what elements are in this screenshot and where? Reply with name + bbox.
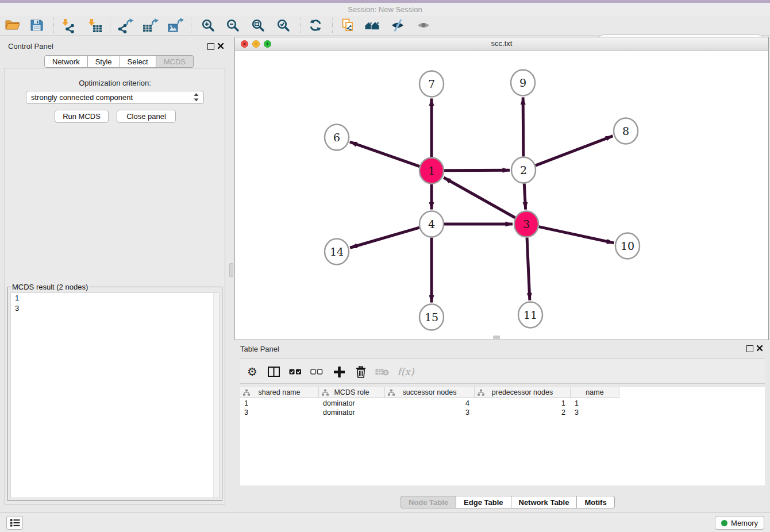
mcds-result-group: MCDS result (2 nodes) 1 3 bbox=[7, 283, 222, 501]
graph-node-label: 4 bbox=[428, 218, 435, 230]
graph-node-label: 2 bbox=[520, 164, 527, 176]
app-title: Session: New Session bbox=[348, 5, 422, 14]
column-header-MCDS-role[interactable]: MCDS role bbox=[319, 387, 385, 398]
table-cell[interactable]: 4 bbox=[385, 399, 475, 408]
export-image-button[interactable] bbox=[165, 17, 185, 34]
run-mcds-button[interactable]: Run MCDS bbox=[55, 110, 109, 123]
hierarchy-icon bbox=[478, 390, 484, 396]
table-cell[interactable]: 3 bbox=[385, 408, 475, 417]
deselect-all-button[interactable] bbox=[309, 363, 325, 380]
float-panel-button[interactable] bbox=[207, 43, 214, 50]
save-floppy-icon bbox=[29, 18, 44, 33]
table-cell[interactable]: 3 bbox=[240, 408, 319, 417]
eye-icon bbox=[417, 18, 430, 32]
table-settings-button[interactable]: ⚙ bbox=[244, 363, 260, 380]
zoom-in-button[interactable] bbox=[198, 17, 218, 34]
tab-mcds[interactable]: MCDS bbox=[156, 55, 194, 68]
column-header-shared-name[interactable]: shared name bbox=[240, 387, 319, 398]
memory-button[interactable]: Memory bbox=[715, 516, 764, 530]
hide-selected-button[interactable] bbox=[388, 17, 407, 34]
select-stepper-icon bbox=[194, 93, 199, 102]
hierarchy-icon bbox=[322, 390, 329, 396]
table-tab-edge-table[interactable]: Edge Table bbox=[456, 496, 511, 508]
float-table-panel-button[interactable] bbox=[746, 345, 753, 352]
close-panel-label: Close panel bbox=[126, 112, 166, 121]
window-resize-grip[interactable] bbox=[493, 336, 500, 339]
open-session-button[interactable] bbox=[3, 17, 22, 34]
show-all-button[interactable] bbox=[414, 17, 433, 34]
table-body: 1dominator4113dominator323 bbox=[240, 399, 619, 417]
table-cell[interactable]: 2 bbox=[475, 408, 571, 417]
memory-status-icon bbox=[721, 520, 727, 526]
table-cell[interactable]: 1 bbox=[475, 399, 571, 408]
graph-edge-3-11[interactable] bbox=[527, 237, 530, 300]
network-canvas[interactable]: 7968124314101511 bbox=[235, 51, 768, 340]
memory-label: Memory bbox=[731, 519, 758, 527]
zoom-fit-icon bbox=[251, 18, 265, 32]
graph-edge-2-9[interactable] bbox=[523, 97, 523, 156]
refresh-view-button[interactable] bbox=[306, 17, 325, 34]
table-row[interactable]: 3dominator323 bbox=[240, 408, 619, 417]
delete-table-icon bbox=[375, 368, 389, 376]
export-table-button[interactable] bbox=[140, 17, 160, 34]
graph-node-label: 1 bbox=[428, 164, 435, 177]
column-header-successor-nodes[interactable]: successor nodes bbox=[385, 387, 475, 398]
zoom-out-button[interactable] bbox=[223, 17, 242, 34]
optimization-criterion-value: strongly connected component bbox=[31, 93, 133, 102]
split-view-button[interactable] bbox=[265, 363, 282, 380]
network-window-titlebar[interactable]: × − + scc.txt bbox=[235, 37, 768, 51]
column-header-label: successor nodes bbox=[403, 388, 457, 396]
graph-edge-2-8[interactable] bbox=[536, 136, 613, 165]
tab-select[interactable]: Select bbox=[120, 55, 156, 68]
close-panel-action-button[interactable]: Close panel bbox=[117, 110, 176, 123]
task-history-button[interactable] bbox=[6, 516, 23, 530]
open-folder-icon bbox=[4, 18, 21, 33]
table-tab-network-table[interactable]: Network Table bbox=[511, 496, 578, 508]
tab-network[interactable]: Network bbox=[44, 55, 88, 68]
graph-edge-3-10[interactable] bbox=[539, 227, 614, 243]
delete-table-button[interactable] bbox=[374, 363, 390, 380]
new-network-from-selection-button[interactable] bbox=[338, 17, 357, 34]
graph-edge-2-3[interactable] bbox=[524, 183, 525, 209]
close-icon bbox=[217, 43, 224, 49]
graph-edge-1-6[interactable] bbox=[350, 142, 419, 167]
table-tab-motifs[interactable]: Motifs bbox=[577, 496, 614, 508]
network-window-title: scc.txt bbox=[235, 39, 768, 48]
graph-edge-3-1[interactable] bbox=[444, 178, 515, 218]
table-cell[interactable]: 1 bbox=[571, 399, 619, 408]
first-neighbors-button[interactable] bbox=[363, 17, 382, 34]
select-all-button[interactable] bbox=[287, 363, 303, 380]
zoom-selected-button[interactable] bbox=[274, 17, 293, 34]
mcds-result-list[interactable]: 1 3 bbox=[10, 292, 220, 498]
add-column-button[interactable] bbox=[331, 363, 347, 380]
table-cell[interactable]: 3 bbox=[571, 408, 619, 417]
close-table-panel-button[interactable] bbox=[756, 345, 764, 353]
column-header-predecessor-nodes[interactable]: predecessor nodes bbox=[475, 387, 571, 398]
table-cell[interactable]: dominator bbox=[319, 399, 385, 408]
import-table-button[interactable] bbox=[85, 17, 105, 34]
table-row[interactable]: 1dominator411 bbox=[240, 399, 619, 408]
unchecked-boxes-icon bbox=[310, 369, 323, 375]
table-tab-node-table[interactable]: Node Table bbox=[401, 496, 456, 508]
graph-edge-1-2[interactable] bbox=[444, 170, 510, 171]
save-session-button[interactable] bbox=[27, 17, 47, 34]
delete-column-button[interactable] bbox=[353, 363, 369, 380]
graph-node-label: 15 bbox=[425, 311, 438, 323]
column-header-name[interactable]: name bbox=[571, 387, 619, 398]
import-network-button[interactable] bbox=[59, 17, 78, 34]
graph-edge-4-14[interactable] bbox=[350, 228, 419, 248]
result-line: 1 bbox=[11, 293, 219, 303]
documents-share-icon bbox=[340, 18, 355, 33]
table-cell[interactable]: dominator bbox=[319, 408, 385, 417]
close-icon bbox=[756, 345, 763, 352]
splitter-grip[interactable] bbox=[229, 263, 233, 277]
apply-function-button[interactable]: f(x) bbox=[395, 363, 416, 380]
tab-style[interactable]: Style bbox=[88, 55, 120, 68]
table-header-row: shared nameMCDS rolesuccessor nodesprede… bbox=[240, 387, 619, 398]
table-cell[interactable]: 1 bbox=[240, 399, 319, 408]
close-panel-button[interactable] bbox=[217, 43, 225, 51]
optimization-criterion-select[interactable]: strongly connected component bbox=[26, 91, 204, 104]
result-scrollbar[interactable] bbox=[213, 293, 219, 498]
export-network-button[interactable] bbox=[116, 17, 135, 34]
zoom-fit-button[interactable] bbox=[248, 17, 268, 34]
